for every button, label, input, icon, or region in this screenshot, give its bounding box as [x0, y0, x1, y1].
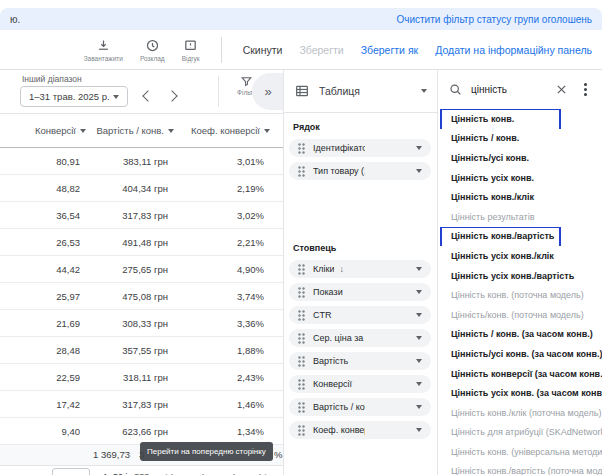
- metric-list-item[interactable]: Цінність результатів: [437, 207, 602, 227]
- metric-list-item[interactable]: Цінність конв./вартість (поточна модель): [437, 462, 602, 475]
- kebab-menu-icon[interactable]: [584, 88, 587, 91]
- metric-label: Цінність / конв.: [451, 133, 519, 143]
- table-row[interactable]: 48,82 404,34 грн 2,19%: [0, 175, 283, 202]
- metric-list-item[interactable]: Цінність/конв. (поточна модель): [437, 305, 602, 325]
- metric-search-panel: цінність Цінність конв. Цінність / конв.…: [437, 70, 602, 475]
- add-to-dashboard-button[interactable]: Додати на інформаційну панель: [435, 44, 592, 56]
- chevron-down-icon: [416, 382, 422, 386]
- metric-list-item[interactable]: Цінність конв.: [437, 109, 602, 129]
- conversions-value: 36,54: [0, 210, 88, 221]
- column-header[interactable]: Конверсії: [0, 125, 88, 136]
- table-row[interactable]: 17,42 317,83 грн 1,46%: [0, 391, 283, 418]
- column-metric-pill[interactable]: Коеф. конверсії ↓: [289, 421, 431, 439]
- sort-caret-icon: [264, 129, 270, 133]
- column-metric-pill[interactable]: Вартість ↓: [289, 352, 431, 370]
- prev-range-button[interactable]: [138, 86, 158, 106]
- metric-list-item[interactable]: Цінність/усі конв.: [437, 148, 602, 168]
- metric-list-item[interactable]: Цінність конверсії (за часом конв.): [437, 364, 602, 384]
- column-metric-pill[interactable]: Конверсії ↓: [289, 375, 431, 393]
- first-page-button[interactable]: [160, 469, 178, 475]
- metric-list-item[interactable]: Цінність усіх конв./вартість: [437, 266, 602, 286]
- conv-rate-value: 1,34%: [176, 426, 272, 437]
- close-icon[interactable]: [556, 84, 567, 95]
- chevron-down-icon: [416, 146, 422, 150]
- metric-list-item[interactable]: Цінність усіх конв./клік: [437, 246, 602, 266]
- collapse-panel-button[interactable]: »: [252, 73, 283, 110]
- column-header[interactable]: Вартість / конв.: [88, 125, 176, 136]
- conv-rate-value: 4,90%: [176, 264, 272, 275]
- conv-rate-value: 2,19%: [176, 183, 272, 194]
- conv-rate-value: 1,88%: [176, 345, 272, 356]
- total-conversions-value: 1 369,73: [93, 449, 130, 460]
- column-header-label: Вартість / конв.: [96, 125, 164, 136]
- view-type-label: Таблиця: [319, 85, 421, 97]
- table-row[interactable]: 80,91 383,11 грн 3,01%: [0, 148, 283, 175]
- feedback-button[interactable]: Відгук: [182, 38, 200, 62]
- chevron-right-icon: [166, 90, 177, 101]
- page-size-select[interactable]: 50: [52, 468, 90, 475]
- row-dimension-pill[interactable]: Ідентифікатор елемента ↓: [289, 139, 431, 157]
- schedule-label: Розклад: [140, 55, 165, 62]
- pill-label: CTR: [313, 310, 365, 320]
- metric-label: Цінність для атрибуції (SKAdNetwork): [451, 427, 602, 437]
- column-metric-pill[interactable]: Сер. ціна за клік ↓: [289, 329, 431, 347]
- table-row[interactable]: 26,53 491,48 грн 2,21%: [0, 229, 283, 256]
- table-row[interactable]: 9,40 623,66 грн 1,34%: [0, 418, 283, 445]
- metric-list-item[interactable]: Цінність/усі конв. (за часом конв.): [437, 344, 602, 364]
- date-filter-controls: Інший діапазон 1–31 трав. 2025 р. Фільтр…: [0, 70, 283, 114]
- metric-list-item[interactable]: Цінність для атрибуції (SKAdNetwork): [437, 423, 602, 443]
- metric-list-item[interactable]: Цінність конв./клік: [437, 187, 602, 207]
- cost-per-conv-value: 318,11 грн: [88, 372, 176, 383]
- save-as-button[interactable]: Зберегти як: [361, 44, 418, 56]
- metric-list-item[interactable]: Цінність / конв.: [437, 129, 602, 149]
- next-page-button[interactable]: [226, 469, 244, 475]
- clear-filter-link[interactable]: Очистити фільтр статусу групи оголошень: [396, 14, 592, 25]
- chevron-down-icon: [416, 405, 422, 409]
- reset-button[interactable]: Скинути: [243, 44, 283, 56]
- date-range-select[interactable]: 1–31 трав. 2025 р.: [20, 86, 128, 107]
- column-metric-pill[interactable]: Вартість / конв. ↓: [289, 398, 431, 416]
- view-type-select[interactable]: Таблиця: [284, 70, 437, 113]
- chevron-down-icon: [416, 290, 422, 294]
- column-pills: Кліки ↓ Покази ↓: [284, 260, 437, 439]
- conversions-value: 17,42: [0, 399, 88, 410]
- drag-handle-icon: [298, 425, 305, 436]
- save-button[interactable]: Зберегти: [299, 44, 343, 56]
- cost-per-conv-value: 623,66 грн: [88, 426, 176, 437]
- chevron-down-icon: [416, 359, 422, 363]
- metric-label: Цінність конв. (поточна модель): [451, 290, 584, 300]
- column-header[interactable]: Коеф. конверсії: [176, 125, 272, 136]
- pagination-bar: Кількість рядків: 50 1–50 із 888: [0, 466, 283, 475]
- cost-per-conv-value: 275,65 грн: [88, 264, 176, 275]
- table-row[interactable]: 28,48 357,55 грн 1,88%: [0, 337, 283, 364]
- metric-list-item[interactable]: Цінність / конв. (за часом конв.): [437, 325, 602, 345]
- table-view-icon: [294, 83, 310, 99]
- metric-label: Цінність усіх конв./вартість: [451, 271, 574, 281]
- column-metric-pill[interactable]: Покази ↓: [289, 283, 431, 301]
- metric-list-item[interactable]: Цінність конв. (поточна модель): [437, 285, 602, 305]
- cost-per-conv-value: 404,34 грн: [88, 183, 176, 194]
- metric-list-item[interactable]: Цінність усіх конв. (за часом конв.): [437, 383, 602, 403]
- table-row[interactable]: 44,42 275,65 грн 4,90%: [0, 256, 283, 283]
- table-row[interactable]: 36,54 317,83 грн 3,02%: [0, 202, 283, 229]
- prev-page-button[interactable]: [193, 469, 211, 475]
- row-dimension-pill[interactable]: Тип товару (1-й рівень) ↓: [289, 162, 431, 180]
- search-input[interactable]: цінність: [471, 84, 556, 95]
- metric-label: Цінність конв./вартість (поточна модель): [451, 466, 602, 475]
- schedule-button[interactable]: Розклад: [140, 38, 165, 62]
- next-range-button[interactable]: [162, 86, 182, 106]
- metric-label: Цінність конверсії (за часом конв.): [451, 369, 602, 379]
- metric-list-item[interactable]: Цінність конв./вартість: [437, 227, 602, 247]
- table-row[interactable]: 25,97 475,08 грн 3,74%: [0, 283, 283, 310]
- metric-list-item[interactable]: Цінність усіх конв.: [437, 168, 602, 188]
- table-row[interactable]: 22,59 318,11 грн 2,43%: [0, 364, 283, 391]
- column-metric-pill[interactable]: CTR ↓: [289, 306, 431, 324]
- feedback-label: Відгук: [182, 55, 200, 62]
- download-button[interactable]: Завантажити: [84, 38, 123, 62]
- table-row[interactable]: 21,69 308,33 грн 3,36%: [0, 310, 283, 337]
- metric-list-item[interactable]: Цінність конв. (універсальна методика): [437, 442, 602, 462]
- drag-handle-icon: [298, 356, 305, 367]
- metric-list-item[interactable]: Цінність конв./клік (поточна модель): [437, 403, 602, 423]
- column-metric-pill[interactable]: Кліки ↓: [289, 260, 431, 278]
- last-page-button[interactable]: [254, 469, 272, 475]
